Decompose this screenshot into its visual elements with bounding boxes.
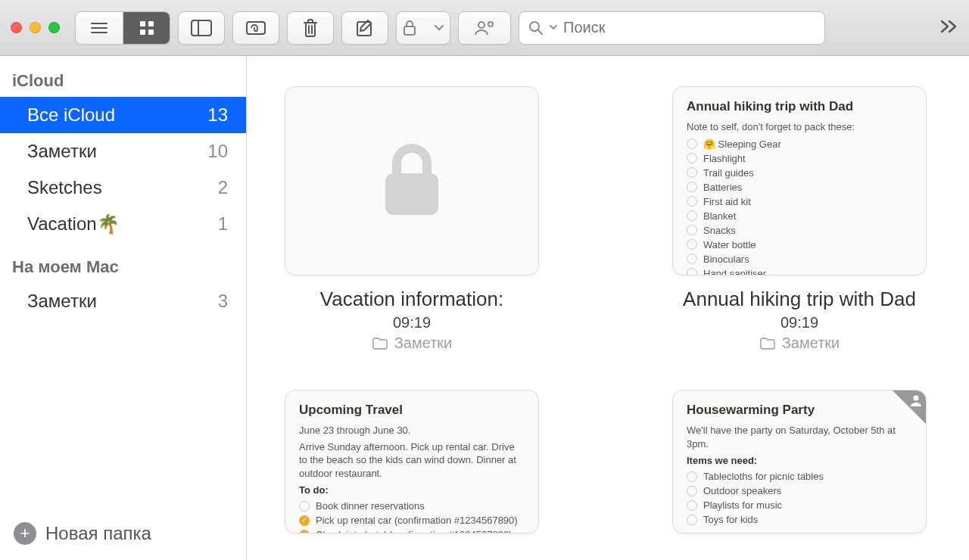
note-title: Annual hiking trip with Dad [672,288,927,311]
checklist-item-label: Binoculars [703,254,749,265]
checklist-item: Tablecloths for picnic tables [687,469,912,484]
folder-vacation[interactable]: Vacation🌴 1 [0,206,246,242]
checklist-item-label: Outdoor speakers [703,485,781,496]
folder-notes-local[interactable]: Заметки 3 [0,283,246,319]
window-controls [11,22,60,33]
checkbox-icon [299,530,310,534]
checklist-item-label: Toys for kids [703,514,758,525]
checkbox-icon [687,182,697,192]
checkbox-icon [687,196,697,207]
folder-label: Sketches [27,177,102,198]
checklist: 🤗 Sleeping GearFlashlightTrail guidesBat… [687,137,912,275]
svg-rect-4 [148,21,154,26]
collaborate-button[interactable] [458,11,511,45]
checklist-item-label: Snacks [703,225,736,236]
checklist-item: Hand sanitiser [687,266,912,275]
checkbox-icon [687,486,697,496]
svg-rect-11 [404,26,415,35]
sidebar-section-title: iCloud [0,56,246,97]
minimize-window-button[interactable] [30,22,41,33]
checklist-item: Outdoor speakers [687,484,912,498]
checklist: Tablecloths for picnic tablesOutdoor spe… [687,469,912,527]
delete-button[interactable] [287,11,334,45]
card-heading: Items we need: [687,455,912,466]
note-card-locked [285,86,539,275]
search-field[interactable] [519,11,825,45]
checklist-item: Binoculars [687,252,912,266]
checklist-item-label: Hand sanitiser [703,268,766,275]
svg-point-16 [530,22,539,31]
checklist-item: First aid kit [687,194,912,209]
note-caption: Vacation information: 09:19 Заметки [285,288,539,352]
checkbox-icon [687,167,697,178]
grid-view-button[interactable] [123,12,170,44]
checkbox-icon [687,239,697,250]
checklist-item: Pick up rental car (confirmation #123456… [299,513,525,527]
overflow-button[interactable] [939,19,958,37]
checklist-item: Flashlight [687,151,912,166]
checklist-item-label: Tablecloths for picnic tables [703,471,824,482]
checklist-item: Check into hotel (confirmation #12345678… [299,527,525,534]
card-title: Upcoming Travel [299,403,525,418]
compose-button[interactable] [341,11,388,45]
search-input[interactable] [563,19,815,36]
attachments-button[interactable] [232,11,279,45]
checklist-item-label: Water bottle [703,239,756,250]
svg-rect-18 [385,173,438,215]
note-tile[interactable]: Upcoming Travel June 23 through June 30.… [285,390,539,534]
folder-label: Все iCloud [27,104,115,126]
checkbox-icon [687,515,697,525]
note-tile[interactable]: Annual hiking trip with Dad Note to self… [672,86,927,352]
svg-rect-7 [192,20,211,36]
note-card: Annual hiking trip with Dad Note to self… [672,86,927,275]
list-view-button[interactable] [76,12,123,44]
shared-badge [893,390,926,424]
checklist-item: Playlists for music [687,498,912,512]
card-text: June 23 through June 30. [299,424,525,437]
note-folder: Заметки [672,334,927,352]
toggle-sidebar-button[interactable] [178,11,225,45]
checklist-item: Trail guides [687,166,912,180]
checklist-item: Batteries [687,180,912,194]
card-heading: To do: [299,484,525,496]
note-caption: Annual hiking trip with Dad 09:19 Заметк… [672,288,927,352]
note-tile[interactable]: Vacation information: 09:19 Заметки [285,86,539,352]
card-title: Housewarming Party [687,403,912,418]
note-tile[interactable]: Housewarming Party We'll have the party … [672,390,927,534]
folder-label: Заметки [27,291,97,312]
folder-count: 2 [218,177,228,198]
lock-dropdown-button[interactable] [396,11,450,45]
checklist-item-label: Trail guides [703,167,754,179]
svg-rect-6 [148,30,154,35]
chevron-down-icon [435,25,444,31]
folder-icon [759,337,776,350]
fullscreen-window-button[interactable] [48,22,60,33]
svg-rect-3 [140,21,145,26]
new-folder-button[interactable]: + Новая папка [0,510,246,560]
card-subtitle: Note to self, don't forget to pack these… [687,120,912,134]
checklist-item-label: First aid kit [703,196,751,207]
checklist-item-label: Blanket [703,210,736,222]
checkbox-icon [687,254,697,264]
folder-icon [372,337,388,350]
checkbox-icon [687,268,697,275]
view-mode-segmented [75,11,170,45]
search-icon [528,20,544,36]
note-time: 09:19 [285,314,539,331]
checklist-item-label: Flashlight [703,153,746,164]
checklist-item-label: 🤗 Sleeping Gear [703,138,781,150]
main: iCloud Все iCloud 13 Заметки 10 Sketches… [0,56,969,560]
folder-notes-icloud[interactable]: Заметки 10 [0,133,246,170]
svg-point-12 [478,22,484,28]
note-time: 09:19 [672,314,927,331]
folder-sketches[interactable]: Sketches 2 [0,170,246,206]
checkbox-icon [687,153,697,163]
checklist-item-label: Book dinner reservations [316,500,425,512]
close-window-button[interactable] [11,22,22,33]
checklist-item: 🤗 Sleeping Gear [687,137,912,151]
checklist-item-label: Check into hotel (confirmation #12345678… [316,529,512,534]
checklist: Book dinner reservationsPick up rental c… [299,499,525,534]
folder-all-icloud[interactable]: Все iCloud 13 [0,97,246,133]
folder-count: 13 [207,104,228,126]
svg-rect-9 [247,22,265,34]
